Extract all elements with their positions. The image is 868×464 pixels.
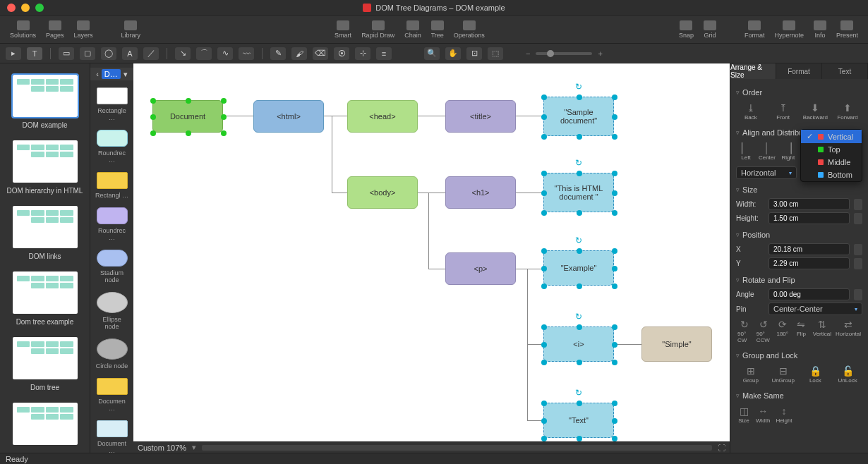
- popup-vertical[interactable]: ✓Vertical: [801, 130, 862, 143]
- right-button[interactable]: ▕Right: [778, 142, 798, 162]
- rotate-handle[interactable]: ↻: [575, 388, 582, 398]
- selection-handle[interactable]: [577, 401, 582, 406]
- selection-handle[interactable]: [541, 418, 547, 424]
- popup-top[interactable]: Top: [801, 143, 862, 156]
- page-scroll[interactable]: [202, 445, 712, 451]
- backward-button[interactable]: ⬇Backward: [801, 102, 831, 122]
- y-field[interactable]: 2.29 cm: [768, 257, 850, 269]
- selection-handle[interactable]: [541, 134, 547, 140]
- zoom-in-icon[interactable]: +: [598, 49, 602, 58]
- selection-handle[interactable]: [186, 130, 191, 136]
- node-h1[interactable]: <h1>: [445, 176, 516, 209]
- minimize-icon[interactable]: [21, 4, 30, 12]
- chain-button[interactable]: Chain: [400, 19, 426, 40]
- canvas[interactable]: Document<html><head><title>"Sample docum…: [133, 63, 730, 441]
- width-button[interactable]: ↔Width: [754, 405, 771, 425]
- back-button[interactable]: ⤓Back: [736, 102, 766, 122]
- unlock-button[interactable]: 🔓UnLock: [833, 365, 862, 385]
- selection-handle[interactable]: [577, 210, 582, 216]
- horizontal-button[interactable]: ⇄Horizontal: [834, 318, 862, 345]
- node-i[interactable]: <i>↻: [543, 326, 614, 362]
- tab-text[interactable]: Text: [822, 63, 868, 79]
- solutions-button[interactable]: Solutions: [6, 19, 40, 40]
- selection-handle[interactable]: [541, 190, 547, 196]
- selection-handle[interactable]: [221, 114, 227, 120]
- selection-handle[interactable]: [612, 418, 617, 424]
- shapes-breadcrumb[interactable]: ‹ D… ▾: [90, 68, 133, 80]
- selection-handle[interactable]: [541, 210, 547, 216]
- library-button[interactable]: Library: [117, 19, 145, 40]
- pencil-tool[interactable]: ✎: [270, 47, 286, 60]
- selection-handle[interactable]: [612, 266, 617, 271]
- operations-button[interactable]: Operations: [450, 19, 489, 40]
- group-button[interactable]: ⊞Group: [736, 365, 766, 385]
- selection-handle[interactable]: [612, 360, 617, 365]
- pages-button[interactable]: Pages: [42, 19, 68, 40]
- shape-4[interactable]: Stadium node: [90, 245, 133, 288]
- selection-handle[interactable]: [612, 324, 617, 330]
- rotate-handle[interactable]: ↻: [575, 158, 582, 168]
- selection-handle[interactable]: [150, 130, 156, 136]
- selection-handle[interactable]: [541, 94, 547, 100]
- angle-stepper[interactable]: [854, 289, 862, 300]
- shape-3[interactable]: Roundrec …: [90, 203, 133, 245]
- distribute-h-dropdown[interactable]: Horizontal: [736, 166, 797, 179]
- -cw-button[interactable]: ↻90° CW: [736, 318, 754, 345]
- selection-handle[interactable]: [150, 114, 156, 120]
- connector-tool[interactable]: ↘: [175, 47, 191, 60]
- node-title[interactable]: <title>: [445, 100, 516, 133]
- page-thumb-4[interactable]: Dom tree: [0, 331, 90, 397]
- node-text[interactable]: "Text"↻: [543, 403, 614, 438]
- smart-button[interactable]: Smart: [330, 19, 356, 40]
- selection-handle[interactable]: [612, 210, 617, 216]
- width-stepper[interactable]: [854, 199, 862, 210]
- selection-handle[interactable]: [541, 436, 547, 441]
- selection-handle[interactable]: [541, 171, 547, 176]
- text-box-tool[interactable]: A: [122, 47, 138, 60]
- selection-handle[interactable]: [541, 266, 547, 271]
- selection-handle[interactable]: [612, 436, 617, 441]
- x-field[interactable]: 20.18 cm: [768, 243, 850, 255]
- page-thumb-5[interactable]: [0, 397, 90, 453]
- vertical-button[interactable]: ⇅Vertical: [812, 318, 833, 345]
- format-button[interactable]: Format: [740, 19, 769, 40]
- height-field[interactable]: 1.50 cm: [768, 212, 850, 224]
- hypernote-button[interactable]: Hypernote: [770, 19, 808, 40]
- section-order[interactable]: Order: [736, 86, 862, 99]
- edit-points-tool[interactable]: ⊹: [355, 47, 370, 60]
- info-button[interactable]: Info: [809, 19, 831, 40]
- spline-tool[interactable]: ∿: [217, 47, 233, 60]
- layers-button[interactable]: Layers: [70, 19, 97, 40]
- width-field[interactable]: 3.00 cm: [768, 198, 850, 210]
- crop-tool[interactable]: ⬚: [488, 47, 503, 60]
- ellipse-tool[interactable]: ◯: [101, 47, 116, 60]
- center-button[interactable]: │Center: [757, 142, 777, 162]
- selection-handle[interactable]: [541, 283, 547, 289]
- tree-button[interactable]: Tree: [427, 19, 448, 40]
- arc-tool[interactable]: ⌒: [196, 47, 212, 60]
- pointer-tool[interactable]: ▸: [6, 47, 21, 60]
- node-thisis[interactable]: "This is HTML document "↻: [543, 173, 614, 212]
- node-simple[interactable]: "Simple": [641, 326, 712, 362]
- selection-handle[interactable]: [186, 98, 191, 104]
- align-tool[interactable]: ≡: [376, 47, 392, 60]
- node-body[interactable]: <body>: [347, 176, 418, 209]
- selection-handle[interactable]: [541, 324, 547, 330]
- node-html[interactable]: <html>: [253, 100, 324, 133]
- shape-2[interactable]: Rectangl …: [90, 168, 133, 203]
- selection-handle[interactable]: [577, 171, 582, 176]
- selection-handle[interactable]: [612, 114, 617, 120]
- selection-handle[interactable]: [612, 94, 617, 100]
- distribute-popup[interactable]: ✓VerticalTopMiddleBottom: [800, 129, 862, 182]
- --button[interactable]: ⟳180°: [773, 318, 791, 345]
- section-rotate[interactable]: Rotate and Flip: [736, 274, 862, 286]
- shape-0[interactable]: Rectangle …: [90, 83, 133, 126]
- shape-6[interactable]: Circle node: [90, 334, 133, 374]
- selection-handle[interactable]: [577, 134, 582, 140]
- line-tool[interactable]: ／: [143, 47, 159, 60]
- angle-field[interactable]: 0.00 deg: [768, 288, 850, 300]
- left-button[interactable]: ▏Left: [736, 142, 756, 162]
- breadcrumb-chip[interactable]: D…: [102, 69, 121, 79]
- shape-5[interactable]: Ellipse node: [90, 288, 133, 334]
- height-stepper[interactable]: [854, 213, 862, 224]
